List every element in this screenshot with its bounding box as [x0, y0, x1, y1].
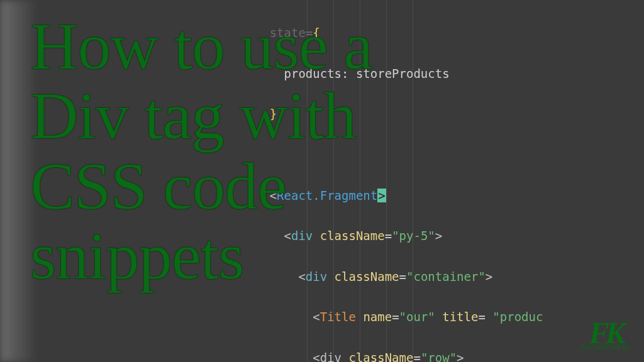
logo-initials: FK: [580, 319, 630, 346]
logo-wordmark: FASTKNOWERS: [580, 344, 630, 351]
headline-title: How to use a Div tag with CSS code snipp…: [30, 11, 455, 291]
headline-line: CSS code: [30, 150, 286, 223]
headline-line: How to use a: [30, 9, 372, 83]
headline-line: snippets: [30, 219, 243, 293]
brand-logo: FK FASTKNOWERS: [580, 319, 630, 351]
headline-line: Div tag with: [30, 79, 356, 153]
